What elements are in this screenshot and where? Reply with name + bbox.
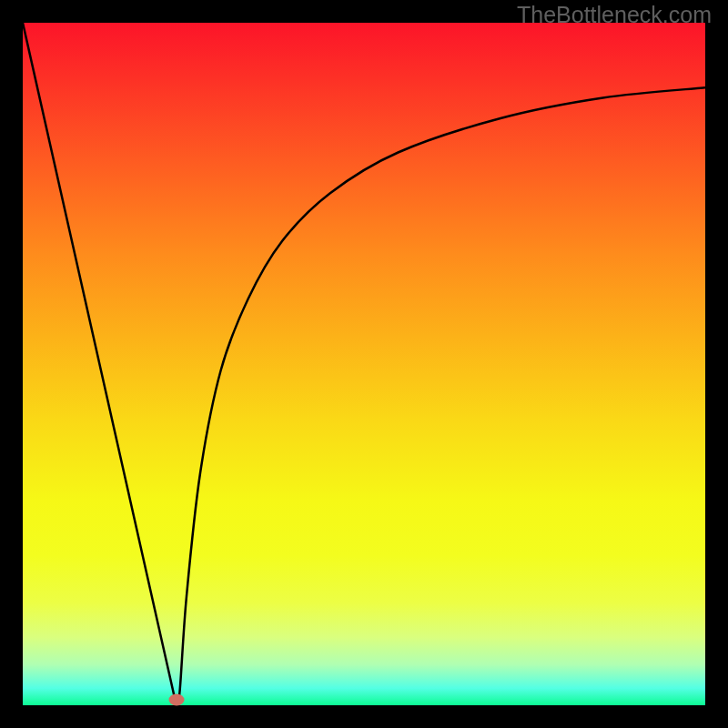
curve-svg	[23, 23, 705, 705]
chart-frame: TheBottleneck.com	[0, 0, 728, 728]
minimum-marker	[168, 694, 184, 706]
curve-path	[23, 23, 705, 705]
plot-area	[23, 23, 705, 705]
